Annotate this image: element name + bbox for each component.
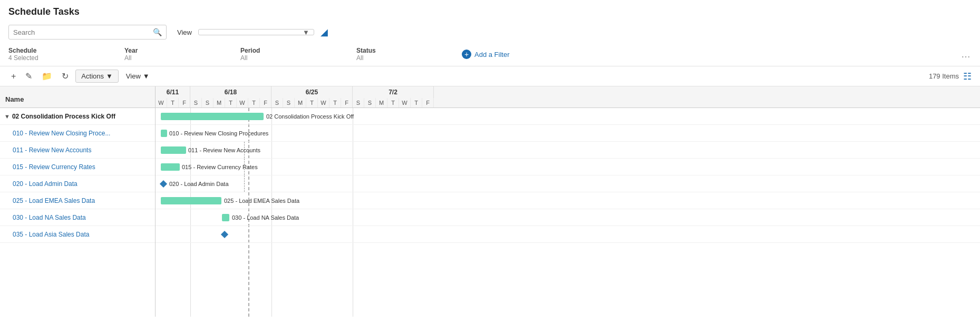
period-value: All bbox=[240, 54, 325, 62]
filter-status[interactable]: Status All bbox=[356, 45, 441, 64]
task-row-6[interactable]: 025 - Load EMEA Sales Data bbox=[0, 192, 155, 209]
year-value: All bbox=[124, 54, 209, 62]
year-label: Year bbox=[124, 47, 209, 54]
gantt-row-3: 011 - Review New Accounts bbox=[156, 142, 980, 159]
view-label: View bbox=[177, 28, 192, 36]
day-F2: F bbox=[260, 98, 271, 107]
week-row: 6/11 6/18 6/25 7/2 bbox=[156, 86, 980, 98]
filter-schedule[interactable]: Schedule 4 Selected bbox=[8, 45, 93, 64]
main-area: Name 6/11 6/18 6/25 7/2 W T F S bbox=[0, 86, 980, 317]
edit-button[interactable]: ✎ bbox=[23, 70, 35, 83]
gantt-bar-7 bbox=[222, 214, 229, 221]
day-F4: F bbox=[422, 98, 434, 107]
gantt-row-2: 010 - Review New Closing Procedures bbox=[156, 125, 980, 142]
task-gantt-body: ▼ 02 Consolidation Process Kick Off 010 … bbox=[0, 108, 980, 317]
gantt-row-6: 025 - Load EMEA Sales Data bbox=[156, 192, 980, 209]
day-row: W T F S S M T W T F S S M T W bbox=[156, 98, 980, 107]
gantt-bar-label-2: 010 - Review New Closing Procedures bbox=[169, 130, 268, 136]
view-toggle-label: View bbox=[126, 72, 141, 80]
actions-arrow-icon: ▼ bbox=[106, 72, 113, 80]
more-options-button[interactable]: … bbox=[961, 49, 972, 60]
filter-icon[interactable]: ◢ bbox=[321, 26, 328, 38]
add-filter-label: Add a Filter bbox=[474, 51, 509, 58]
day-T6: T bbox=[387, 98, 399, 107]
day-T3: T bbox=[248, 98, 260, 107]
day-T4: T bbox=[306, 98, 318, 107]
task-name-list: ▼ 02 Consolidation Process Kick Off 010 … bbox=[0, 108, 156, 317]
gantt-diamond-5 bbox=[160, 180, 167, 187]
status-label: Status bbox=[356, 47, 441, 54]
task-name-4: 015 - Review Currency Rates bbox=[13, 163, 95, 171]
day-T1: T bbox=[167, 98, 179, 107]
task-name-3: 011 - Review New Accounts bbox=[13, 146, 91, 154]
add-button[interactable]: + bbox=[8, 70, 18, 83]
gantt-bar-4 bbox=[161, 163, 180, 171]
task-row-7[interactable]: 030 - Load NA Sales Data bbox=[0, 209, 155, 226]
task-row-4[interactable]: 015 - Review Currency Rates bbox=[0, 159, 155, 175]
day-S3: S bbox=[271, 98, 283, 107]
schedule-value: 4 Selected bbox=[8, 54, 93, 62]
week-618: 6/18 bbox=[190, 86, 271, 98]
status-value: All bbox=[356, 54, 441, 62]
gantt-bar-label-6: 025 - Load EMEA Sales Data bbox=[224, 198, 299, 204]
gantt-bars-area: 02 Consolidation Process Kick Off 010 - … bbox=[156, 108, 980, 317]
day-S5: S bbox=[353, 98, 364, 107]
gantt-bar-label-4: 015 - Review Currency Rates bbox=[182, 164, 258, 170]
dep-line-5 bbox=[244, 175, 245, 192]
name-column-header: Name bbox=[0, 86, 156, 107]
actions-button[interactable]: Actions ▼ bbox=[75, 70, 119, 83]
gantt-bar-label-7: 030 - Load NA Sales Data bbox=[232, 214, 299, 221]
page-container: Schedule Tasks 🔍 View ▼ ◢ Schedule 4 Sel… bbox=[0, 0, 980, 333]
day-S2: S bbox=[202, 98, 214, 107]
gantt-bar-6 bbox=[161, 197, 221, 204]
period-label: Period bbox=[240, 47, 325, 54]
gantt-bar-label-1: 02 Consolidation Process Kick Off bbox=[266, 113, 354, 120]
search-box[interactable]: 🔍 bbox=[8, 25, 167, 40]
add-filter-icon: + bbox=[462, 50, 471, 59]
task-name-6: 025 - Load EMEA Sales Data bbox=[13, 197, 95, 204]
gantt-bar-label-5: 020 - Load Admin Data bbox=[169, 181, 229, 187]
task-row-8[interactable]: 035 - Load Asia Sales Data bbox=[0, 226, 155, 243]
gantt-bar-2 bbox=[161, 130, 167, 137]
task-row-1[interactable]: ▼ 02 Consolidation Process Kick Off bbox=[0, 108, 155, 125]
header-row: Name 6/11 6/18 6/25 7/2 W T F S bbox=[0, 86, 980, 108]
gantt-diamond-8 bbox=[221, 230, 228, 238]
task-row-3[interactable]: 011 - Review New Accounts bbox=[0, 142, 155, 159]
search-row: 🔍 View ▼ ◢ bbox=[0, 22, 980, 43]
actions-label: Actions bbox=[81, 72, 104, 80]
page-title: Schedule Tasks bbox=[0, 0, 980, 22]
gantt-row-7: 030 - Load NA Sales Data bbox=[156, 209, 980, 226]
schedule-label: Schedule bbox=[8, 47, 93, 54]
gantt-bar-label-3: 011 - Review New Accounts bbox=[188, 147, 260, 153]
week-611: 6/11 bbox=[156, 86, 190, 98]
filter-period[interactable]: Period All bbox=[240, 45, 325, 64]
filter-year[interactable]: Year All bbox=[124, 45, 209, 64]
add-filter-button[interactable]: + Add a Filter bbox=[462, 50, 509, 59]
day-T5: T bbox=[329, 98, 341, 107]
grid-view-icon[interactable]: ☷ bbox=[963, 71, 972, 82]
folder-button[interactable]: 📁 bbox=[39, 70, 55, 83]
gantt-row-4: 015 - Review Currency Rates bbox=[156, 159, 980, 175]
filter-row: Schedule 4 Selected Year All Period All … bbox=[0, 43, 980, 66]
task-row-2[interactable]: 010 - Review New Closing Proce... bbox=[0, 125, 155, 142]
refresh-button[interactable]: ↻ bbox=[59, 70, 71, 83]
gantt-row-8 bbox=[156, 226, 980, 243]
chevron-down-icon: ▼ bbox=[303, 28, 309, 36]
task-name-1: 02 Consolidation Process Kick Off bbox=[12, 113, 115, 120]
task-row-5[interactable]: 020 - Load Admin Data bbox=[0, 175, 155, 192]
toolbar: + ✎ 📁 ↻ Actions ▼ View ▼ 179 Items ☷ bbox=[0, 66, 980, 86]
gantt-row-5: 020 - Load Admin Data bbox=[156, 175, 980, 192]
view-toggle-button[interactable]: View ▼ bbox=[123, 70, 153, 82]
day-W2: W bbox=[237, 98, 248, 107]
search-input[interactable] bbox=[13, 28, 153, 36]
gantt-date-header: 6/11 6/18 6/25 7/2 W T F S S M T W bbox=[156, 86, 980, 107]
day-M2: M bbox=[295, 98, 306, 107]
view-dropdown[interactable]: ▼ bbox=[198, 29, 314, 35]
search-icon: 🔍 bbox=[153, 28, 162, 36]
day-T7: T bbox=[411, 98, 422, 107]
name-col-label: Name bbox=[5, 95, 24, 103]
week-72: 7/2 bbox=[353, 86, 434, 98]
day-W4: W bbox=[399, 98, 411, 107]
day-W3: W bbox=[318, 98, 329, 107]
task-name-8: 035 - Load Asia Sales Data bbox=[13, 231, 89, 238]
